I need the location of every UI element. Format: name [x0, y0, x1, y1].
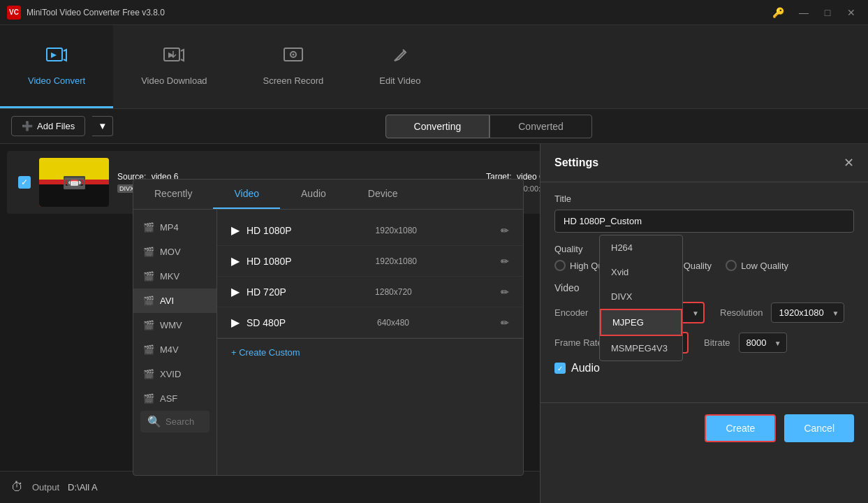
nav-video-convert-label: Video Convert	[28, 75, 85, 86]
quality-low-radio[interactable]	[726, 260, 737, 271]
dropdown-xvid[interactable]: Xvid	[600, 260, 682, 284]
titlebar-controls: 🔑 — □ ✕	[772, 3, 861, 22]
dropdown-divx[interactable]: DIVX	[600, 284, 682, 309]
format-tab-recently[interactable]: Recently	[133, 180, 213, 209]
tab-converted[interactable]: Converted	[490, 115, 592, 138]
format-tabs: Recently Video Audio Device	[133, 180, 523, 210]
cancel-button[interactable]: Cancel	[784, 414, 854, 442]
resolution-select[interactable]: 1920x1080 1280x720 640x480	[771, 302, 844, 323]
create-button[interactable]: Create	[705, 414, 776, 442]
format-sidebar-mkv[interactable]: 🎬 MKV	[133, 264, 216, 289]
asf-icon: 🎬	[143, 393, 154, 404]
titlebar-left: VC MiniTool Video Converter Free v3.8.0	[7, 6, 165, 20]
quality-low-label: Low Quality	[741, 261, 788, 271]
format-content: 🎬 MP4 🎬 MOV 🎬 MKV 🎬 AVI	[133, 210, 523, 475]
key-button[interactable]: 🔑	[772, 3, 784, 22]
close-button[interactable]: ✕	[841, 3, 861, 22]
minimize-button[interactable]: —	[794, 3, 814, 22]
bitrate-select[interactable]: 8000 4000 2000	[739, 333, 787, 353]
format-tab-audio[interactable]: Audio	[280, 180, 347, 209]
dropdown-h264[interactable]: H264	[600, 235, 682, 260]
wmv-icon: 🎬	[143, 320, 154, 330]
mp4-icon: 🎬	[143, 222, 154, 233]
dialog-body: Title Quality High Quality Medium Qualit…	[540, 182, 868, 397]
video-download-icon	[163, 45, 185, 70]
nav-edit-video[interactable]: Edit Video	[351, 25, 448, 108]
format-sidebar-mov[interactable]: 🎬 MOV	[133, 240, 216, 264]
format-sidebar-avi[interactable]: 🎬 AVI	[133, 289, 216, 313]
tab-group: Converting Converted	[385, 115, 592, 138]
app-logo: VC	[7, 6, 21, 20]
format-edit-icon-4[interactable]: ✏	[501, 317, 509, 328]
resolution-label: Resolution	[720, 307, 763, 318]
file-checkbox[interactable]: ✓	[18, 176, 31, 189]
navbar: Video Convert Video Download Screen Reco…	[0, 25, 868, 109]
tab-converting[interactable]: Converting	[385, 115, 490, 138]
screen-record-icon	[282, 45, 304, 70]
format-edit-icon-2[interactable]: ✏	[501, 256, 509, 267]
titlebar: VC MiniTool Video Converter Free v3.8.0 …	[0, 0, 868, 25]
format-option-hd1080p-1[interactable]: ▶ HD 1080P 1920x1080 ✏	[217, 215, 523, 246]
nav-video-download-label: Video Download	[141, 75, 207, 86]
format-video-icon-3: ▶	[231, 285, 240, 298]
format-video-icon-4: ▶	[231, 316, 240, 329]
format-edit-icon-1[interactable]: ✏	[501, 225, 509, 236]
title-input[interactable]	[554, 210, 854, 233]
nav-video-download[interactable]: Video Download	[113, 25, 235, 108]
add-icon: ➕	[22, 121, 33, 131]
format-sidebar-mp4[interactable]: 🎬 MP4	[133, 215, 216, 240]
bitrate-label: Bitrate	[704, 337, 730, 348]
titlebar-title: MiniTool Video Converter Free v3.8.0	[27, 8, 165, 17]
format-edit-icon-3[interactable]: ✏	[501, 286, 509, 298]
audio-row: ✓ Audio	[554, 362, 854, 374]
m4v-icon: 🎬	[143, 344, 154, 355]
output-path: D:\All A	[68, 482, 98, 493]
main-area: ✓ 📼 Source: video 6 DIVX ⏱ 00:00:58	[0, 144, 868, 503]
dialog-footer: Create Cancel	[540, 402, 868, 453]
format-option-hd1080p-2[interactable]: ▶ HD 1080P 1920x1080 ✏	[217, 246, 523, 277]
search-icon: 🔍	[147, 415, 161, 428]
file-thumbnail: 📼	[39, 158, 109, 207]
add-files-button[interactable]: ➕ Add Files	[11, 116, 85, 136]
output-clock-icon: ⏱	[11, 480, 24, 495]
nav-video-convert[interactable]: Video Convert	[0, 25, 113, 108]
svg-point-4	[292, 54, 294, 56]
nav-screen-record[interactable]: Screen Record	[235, 25, 352, 108]
format-sidebar-wmv[interactable]: 🎬 WMV	[133, 313, 216, 337]
format-sidebar-xvid[interactable]: 🎬 XVID	[133, 362, 216, 386]
format-popup: Recently Video Audio Device 🎬 MP4 🎬 MOV	[133, 179, 524, 476]
audio-checkbox[interactable]: ✓	[554, 363, 566, 374]
add-files-label: Add Files	[37, 121, 75, 131]
format-sidebar-asf[interactable]: 🎬 ASF	[133, 386, 216, 411]
maximize-button[interactable]: □	[818, 3, 837, 22]
resolution-select-wrapper: 1920x1080 1280x720 640x480 ▼	[771, 302, 844, 323]
mov-icon: 🎬	[143, 247, 154, 257]
avi-icon: 🎬	[143, 296, 154, 306]
create-custom-button[interactable]: + Create Custom	[217, 338, 523, 366]
format-list: ▶ HD 1080P 1920x1080 ✏ ▶ HD 1080P 1920x1…	[217, 210, 523, 475]
search-input[interactable]	[165, 416, 203, 427]
encoder-dropdown-menu: H264 Xvid DIVX MJPEG MSMPEG4V3	[599, 235, 683, 361]
dialog-header: Settings ✕	[540, 144, 868, 182]
add-files-dropdown-button[interactable]: ▼	[92, 116, 113, 136]
title-field-label: Title	[554, 194, 854, 204]
xvid-icon: 🎬	[143, 369, 154, 379]
format-tab-video[interactable]: Video	[213, 180, 280, 209]
bitrate-select-wrapper: 8000 4000 2000 ▼	[739, 333, 787, 353]
dropdown-mjpeg[interactable]: MJPEG	[600, 309, 682, 336]
video-convert-icon	[45, 45, 68, 70]
format-sidebar-m4v[interactable]: 🎬 M4V	[133, 337, 216, 362]
format-option-sd480p[interactable]: ▶ SD 480P 640x480 ✏	[217, 307, 523, 338]
format-tab-device[interactable]: Device	[347, 180, 419, 209]
settings-dialog: Settings ✕ Title Quality High Quality Me…	[540, 144, 868, 503]
dialog-close-button[interactable]: ✕	[844, 155, 854, 170]
quality-low[interactable]: Low Quality	[726, 260, 788, 271]
nav-screen-record-label: Screen Record	[263, 75, 324, 86]
dropdown-msmpeg4v3[interactable]: MSMPEG4V3	[600, 336, 682, 360]
format-option-hd720p[interactable]: ▶ HD 720P 1280x720 ✏	[217, 277, 523, 307]
output-label: Output	[32, 482, 59, 493]
nav-edit-video-label: Edit Video	[379, 75, 420, 86]
quality-high-radio[interactable]	[554, 260, 566, 271]
format-video-icon-1: ▶	[231, 224, 240, 237]
format-video-icon-2: ▶	[231, 254, 240, 268]
